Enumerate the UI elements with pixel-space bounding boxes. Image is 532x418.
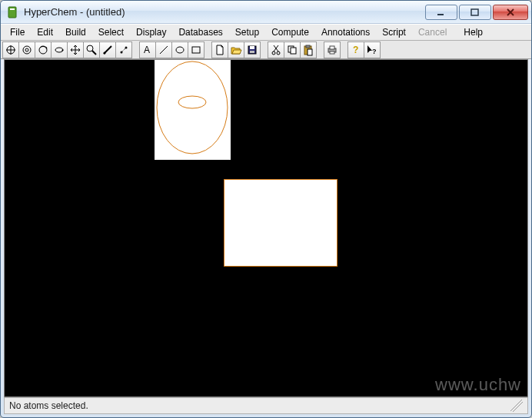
- menu-cancel: Cancel: [412, 25, 453, 39]
- new-file-button[interactable]: [211, 41, 228, 58]
- select-circle-tool[interactable]: [18, 41, 35, 58]
- measure-tool[interactable]: [115, 41, 132, 58]
- status-text: No atoms selected.: [9, 400, 88, 411]
- print-button[interactable]: [324, 41, 341, 58]
- help-button[interactable]: ?: [347, 41, 364, 58]
- menu-setup[interactable]: Setup: [229, 25, 265, 39]
- menu-file[interactable]: File: [4, 25, 31, 39]
- svg-line-20: [160, 46, 168, 54]
- menu-script[interactable]: Script: [376, 25, 412, 39]
- menu-display[interactable]: Display: [130, 25, 172, 39]
- cut-button[interactable]: [268, 41, 284, 58]
- svg-rect-32: [308, 49, 312, 55]
- title-bar: HyperChem - (untitled): [1, 1, 531, 24]
- rectangle-tool[interactable]: [188, 41, 204, 58]
- menu-edit[interactable]: Edit: [31, 25, 59, 39]
- menu-select[interactable]: Select: [92, 25, 130, 39]
- svg-rect-3: [471, 9, 478, 15]
- svg-rect-29: [291, 48, 296, 54]
- watermark-text: www.uchw: [435, 375, 521, 395]
- save-file-button[interactable]: [244, 41, 261, 58]
- minimize-button[interactable]: [425, 5, 457, 20]
- svg-point-7: [23, 46, 31, 54]
- menu-build[interactable]: Build: [59, 25, 92, 39]
- svg-rect-31: [306, 45, 310, 48]
- menu-annotations[interactable]: Annotations: [315, 25, 376, 39]
- svg-point-27: [277, 51, 280, 55]
- svg-text:?: ?: [372, 48, 377, 55]
- draw-tool[interactable]: [2, 41, 19, 58]
- text-tool[interactable]: A: [139, 41, 156, 58]
- svg-rect-1: [10, 8, 15, 10]
- svg-point-26: [272, 51, 275, 55]
- svg-rect-25: [250, 51, 254, 53]
- workspace-canvas[interactable]: www.uchw: [4, 59, 528, 397]
- close-button[interactable]: [493, 5, 528, 20]
- svg-rect-22: [192, 47, 200, 53]
- translate-tool[interactable]: [67, 41, 84, 58]
- svg-point-38: [157, 61, 228, 154]
- svg-line-14: [92, 51, 96, 55]
- rotate-z-tool[interactable]: [51, 41, 68, 58]
- open-file-button[interactable]: [228, 41, 244, 58]
- svg-rect-35: [330, 51, 334, 54]
- menu-help[interactable]: Help: [457, 25, 489, 39]
- svg-text:?: ?: [353, 45, 358, 55]
- menu-databases[interactable]: Databases: [172, 25, 228, 39]
- resize-grip-icon[interactable]: [510, 400, 523, 412]
- svg-point-13: [87, 45, 93, 51]
- line-tool[interactable]: [155, 41, 172, 58]
- toolbar: A ? ?: [1, 41, 531, 59]
- annotation-rectangle[interactable]: [224, 179, 337, 267]
- svg-point-15: [104, 51, 106, 54]
- svg-point-21: [176, 47, 184, 53]
- svg-rect-34: [330, 46, 334, 49]
- annotation-ellipse-group[interactable]: [155, 60, 231, 160]
- app-window: HyperChem - (untitled) File Edit Build S…: [0, 0, 532, 418]
- svg-rect-2: [437, 14, 444, 15]
- ellipse-tool[interactable]: [171, 41, 188, 58]
- paste-button[interactable]: [300, 41, 317, 58]
- menu-compute[interactable]: Compute: [265, 25, 315, 39]
- copy-button[interactable]: [284, 41, 301, 58]
- app-icon: [7, 6, 19, 18]
- zoom-tool[interactable]: [83, 41, 100, 58]
- svg-point-8: [25, 48, 28, 51]
- menu-bar: File Edit Build Select Display Databases…: [1, 24, 531, 41]
- zclip-tool[interactable]: [99, 41, 116, 58]
- window-title: HyperChem - (untitled): [24, 6, 125, 18]
- status-bar: No atoms selected.: [4, 397, 528, 414]
- window-buttons: [425, 5, 528, 20]
- whats-this-button[interactable]: ?: [364, 41, 381, 58]
- svg-rect-24: [250, 46, 254, 49]
- rotate-xy-tool[interactable]: [35, 41, 52, 58]
- svg-point-10: [55, 48, 63, 52]
- svg-text:A: A: [144, 45, 150, 55]
- maximize-button[interactable]: [459, 5, 491, 20]
